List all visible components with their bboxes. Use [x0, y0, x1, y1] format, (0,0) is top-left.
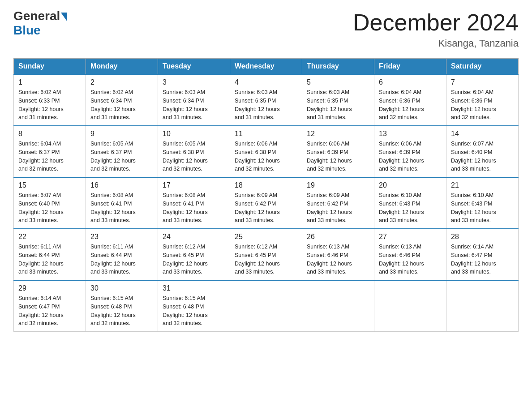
day-number: 26: [307, 233, 369, 241]
calendar-cell: 15Sunrise: 6:07 AMSunset: 6:40 PMDayligh…: [14, 177, 86, 229]
calendar-cell: 18Sunrise: 6:09 AMSunset: 6:42 PMDayligh…: [230, 177, 302, 229]
calendar-cell: 21Sunrise: 6:10 AMSunset: 6:43 PMDayligh…: [446, 177, 519, 229]
day-number: 4: [235, 78, 297, 86]
day-number: 8: [18, 130, 81, 138]
calendar-cell: [374, 280, 446, 332]
day-info: Sunrise: 6:03 AMSunset: 6:35 PMDaylight:…: [235, 88, 297, 122]
calendar-cell: 20Sunrise: 6:10 AMSunset: 6:43 PMDayligh…: [374, 177, 446, 229]
calendar-cell: 17Sunrise: 6:08 AMSunset: 6:41 PMDayligh…: [158, 177, 230, 229]
day-info: Sunrise: 6:10 AMSunset: 6:43 PMDaylight:…: [379, 191, 442, 225]
logo-arrow-icon: [61, 13, 67, 21]
header-monday: Monday: [86, 59, 158, 75]
day-number: 6: [379, 78, 442, 86]
day-info: Sunrise: 6:03 AMSunset: 6:34 PMDaylight:…: [163, 88, 225, 122]
day-info: Sunrise: 6:08 AMSunset: 6:41 PMDaylight:…: [90, 191, 153, 225]
calendar-cell: 31Sunrise: 6:15 AMSunset: 6:48 PMDayligh…: [158, 280, 230, 332]
calendar-cell: 25Sunrise: 6:12 AMSunset: 6:45 PMDayligh…: [230, 229, 302, 280]
day-info: Sunrise: 6:13 AMSunset: 6:46 PMDaylight:…: [307, 243, 369, 276]
calendar-cell: 13Sunrise: 6:06 AMSunset: 6:39 PMDayligh…: [374, 126, 446, 177]
calendar-cell: 5Sunrise: 6:03 AMSunset: 6:35 PMDaylight…: [302, 74, 374, 126]
calendar-cell: 19Sunrise: 6:09 AMSunset: 6:42 PMDayligh…: [302, 177, 374, 229]
day-number: 21: [451, 181, 514, 189]
calendar-cell: 2Sunrise: 6:02 AMSunset: 6:34 PMDaylight…: [86, 74, 158, 126]
location-label: Kisanga, Tanzania: [353, 38, 519, 49]
day-info: Sunrise: 6:09 AMSunset: 6:42 PMDaylight:…: [307, 191, 369, 225]
day-info: Sunrise: 6:07 AMSunset: 6:40 PMDaylight:…: [451, 140, 514, 173]
day-info: Sunrise: 6:09 AMSunset: 6:42 PMDaylight:…: [235, 191, 297, 225]
page-header: General Blue December 2024 Kisanga, Tanz…: [13, 9, 519, 49]
calendar-cell: 7Sunrise: 6:04 AMSunset: 6:36 PMDaylight…: [446, 74, 519, 126]
day-number: 31: [163, 284, 225, 292]
day-number: 1: [18, 78, 81, 86]
header-friday: Friday: [374, 59, 446, 75]
day-number: 17: [163, 181, 225, 189]
calendar-cell: 30Sunrise: 6:15 AMSunset: 6:48 PMDayligh…: [86, 280, 158, 332]
calendar-cell: 4Sunrise: 6:03 AMSunset: 6:35 PMDaylight…: [230, 74, 302, 126]
calendar-cell: 10Sunrise: 6:05 AMSunset: 6:38 PMDayligh…: [158, 126, 230, 177]
day-info: Sunrise: 6:11 AMSunset: 6:44 PMDaylight:…: [90, 243, 153, 276]
calendar-cell: 3Sunrise: 6:03 AMSunset: 6:34 PMDaylight…: [158, 74, 230, 126]
day-info: Sunrise: 6:14 AMSunset: 6:47 PMDaylight:…: [18, 294, 81, 328]
calendar-cell: 11Sunrise: 6:06 AMSunset: 6:38 PMDayligh…: [230, 126, 302, 177]
day-info: Sunrise: 6:02 AMSunset: 6:34 PMDaylight:…: [90, 88, 153, 122]
day-number: 16: [90, 181, 153, 189]
day-number: 28: [451, 233, 514, 241]
day-number: 19: [307, 181, 369, 189]
calendar-cell: 1Sunrise: 6:02 AMSunset: 6:33 PMDaylight…: [14, 74, 86, 126]
calendar-cell: 28Sunrise: 6:14 AMSunset: 6:47 PMDayligh…: [446, 229, 519, 280]
day-number: 2: [90, 78, 153, 86]
day-info: Sunrise: 6:06 AMSunset: 6:39 PMDaylight:…: [307, 140, 369, 173]
day-info: Sunrise: 6:04 AMSunset: 6:37 PMDaylight:…: [18, 140, 81, 173]
week-row-4: 22Sunrise: 6:11 AMSunset: 6:44 PMDayligh…: [14, 229, 519, 280]
day-number: 30: [90, 284, 153, 292]
day-info: Sunrise: 6:11 AMSunset: 6:44 PMDaylight:…: [18, 243, 81, 276]
day-info: Sunrise: 6:07 AMSunset: 6:40 PMDaylight:…: [18, 191, 81, 225]
title-block: December 2024 Kisanga, Tanzania: [353, 9, 519, 49]
day-info: Sunrise: 6:02 AMSunset: 6:33 PMDaylight:…: [18, 88, 81, 122]
day-info: Sunrise: 6:06 AMSunset: 6:39 PMDaylight:…: [379, 140, 442, 173]
day-info: Sunrise: 6:05 AMSunset: 6:37 PMDaylight:…: [90, 140, 153, 173]
calendar-cell: 16Sunrise: 6:08 AMSunset: 6:41 PMDayligh…: [86, 177, 158, 229]
calendar-cell: [230, 280, 302, 332]
day-number: 27: [379, 233, 442, 241]
calendar-cell: [446, 280, 519, 332]
day-number: 23: [90, 233, 153, 241]
day-number: 22: [18, 233, 81, 241]
week-row-1: 1Sunrise: 6:02 AMSunset: 6:33 PMDaylight…: [14, 74, 519, 126]
day-number: 11: [235, 130, 297, 138]
day-number: 13: [379, 130, 442, 138]
calendar-cell: 22Sunrise: 6:11 AMSunset: 6:44 PMDayligh…: [14, 229, 86, 280]
day-number: 24: [163, 233, 225, 241]
logo-general-text: General: [13, 9, 60, 23]
day-number: 3: [163, 78, 225, 86]
day-number: 14: [451, 130, 514, 138]
day-info: Sunrise: 6:10 AMSunset: 6:43 PMDaylight:…: [451, 191, 514, 225]
calendar-cell: 23Sunrise: 6:11 AMSunset: 6:44 PMDayligh…: [86, 229, 158, 280]
day-number: 7: [451, 78, 514, 86]
calendar-cell: 8Sunrise: 6:04 AMSunset: 6:37 PMDaylight…: [14, 126, 86, 177]
header-sunday: Sunday: [14, 59, 86, 75]
header-saturday: Saturday: [446, 59, 519, 75]
day-number: 18: [235, 181, 297, 189]
calendar-cell: 9Sunrise: 6:05 AMSunset: 6:37 PMDaylight…: [86, 126, 158, 177]
calendar-header-row: SundayMondayTuesdayWednesdayThursdayFrid…: [14, 59, 519, 75]
day-info: Sunrise: 6:15 AMSunset: 6:48 PMDaylight:…: [90, 294, 153, 328]
day-info: Sunrise: 6:08 AMSunset: 6:41 PMDaylight:…: [163, 191, 225, 225]
header-thursday: Thursday: [302, 59, 374, 75]
calendar-cell: 27Sunrise: 6:13 AMSunset: 6:46 PMDayligh…: [374, 229, 446, 280]
day-info: Sunrise: 6:13 AMSunset: 6:46 PMDaylight:…: [379, 243, 442, 276]
day-info: Sunrise: 6:05 AMSunset: 6:38 PMDaylight:…: [163, 140, 225, 173]
day-number: 29: [18, 284, 81, 292]
calendar-table: SundayMondayTuesdayWednesdayThursdayFrid…: [13, 58, 519, 332]
day-number: 25: [235, 233, 297, 241]
day-number: 20: [379, 181, 442, 189]
day-number: 5: [307, 78, 369, 86]
day-info: Sunrise: 6:06 AMSunset: 6:38 PMDaylight:…: [235, 140, 297, 173]
week-row-2: 8Sunrise: 6:04 AMSunset: 6:37 PMDaylight…: [14, 126, 519, 177]
calendar-cell: 24Sunrise: 6:12 AMSunset: 6:45 PMDayligh…: [158, 229, 230, 280]
week-row-5: 29Sunrise: 6:14 AMSunset: 6:47 PMDayligh…: [14, 280, 519, 332]
day-info: Sunrise: 6:04 AMSunset: 6:36 PMDaylight:…: [379, 88, 442, 122]
day-number: 15: [18, 181, 81, 189]
day-info: Sunrise: 6:12 AMSunset: 6:45 PMDaylight:…: [163, 243, 225, 276]
day-number: 9: [90, 130, 153, 138]
